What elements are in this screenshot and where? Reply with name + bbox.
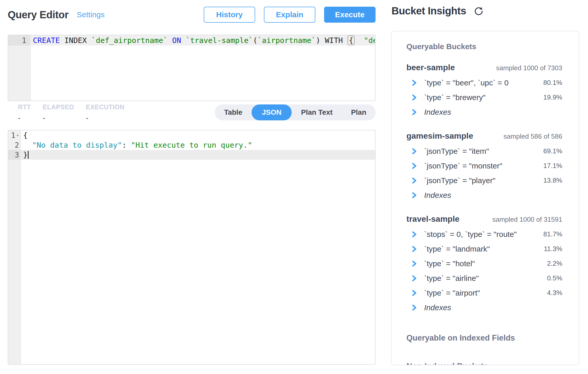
bucket-name: travel-sample bbox=[406, 214, 459, 224]
line-number-text: 1 bbox=[22, 36, 26, 45]
flavor-condition: `stops` = 0, `type` = "route" bbox=[424, 230, 534, 239]
bucket-rows: `stops` = 0, `type` = "route"81.7%`type`… bbox=[406, 227, 562, 315]
code-line[interactable]: 1▾{ bbox=[8, 130, 375, 140]
flavor-percent: 17.1% bbox=[534, 162, 562, 170]
chevron-right-icon[interactable] bbox=[411, 192, 417, 199]
code-token bbox=[60, 36, 64, 45]
stat-value: - bbox=[18, 114, 31, 122]
bucket-flavor-row[interactable]: `jsonType` = "monster"17.1% bbox=[406, 158, 562, 173]
tab-plan-text[interactable]: Plan Text bbox=[292, 104, 342, 120]
code-token: "No data to display" bbox=[32, 141, 122, 149]
bucket-flavor-row[interactable]: `jsonType` = "item"69.1% bbox=[406, 144, 562, 158]
bucket-flavor-row[interactable]: `type` = "landmark"11.3% bbox=[406, 242, 562, 256]
chevron-right-icon[interactable] bbox=[411, 290, 417, 296]
flavor-percent: 69.1% bbox=[534, 147, 562, 155]
code-token: `travel-sample` bbox=[186, 36, 253, 45]
chevron-right-icon[interactable] bbox=[411, 231, 417, 238]
stat-elapsed: ELAPSED- bbox=[43, 103, 74, 122]
flavor-condition: `jsonType` = "player" bbox=[424, 176, 534, 185]
explain-button[interactable]: Explain bbox=[264, 7, 315, 23]
refresh-icon[interactable] bbox=[473, 6, 484, 16]
chevron-right-icon[interactable] bbox=[411, 260, 417, 267]
line-number: 3 bbox=[8, 150, 21, 160]
bucket-flavor-row[interactable]: `type` = "brewery"19.9% bbox=[406, 90, 562, 105]
bucket-indexes-row[interactable]: Indexes bbox=[406, 300, 562, 315]
code-token: { bbox=[348, 35, 354, 45]
flavor-percent: 11.3% bbox=[534, 245, 562, 253]
bucket-sampled-count: sampled 586 of 586 bbox=[504, 132, 562, 140]
chevron-right-icon[interactable] bbox=[411, 94, 417, 101]
flavor-condition: `type` = "landmark" bbox=[424, 245, 534, 253]
queryable-buckets-list: beer-samplesampled 1000 of 7303`type` = … bbox=[406, 63, 562, 315]
bucket-flavor-row[interactable]: `type` = "hotel"2.2% bbox=[406, 256, 562, 271]
flavor-condition: `jsonType` = "monster" bbox=[424, 162, 534, 170]
chevron-right-icon[interactable] bbox=[411, 304, 417, 311]
bucket-rows: `jsonType` = "item"69.1%`jsonType` = "mo… bbox=[406, 144, 562, 202]
chevron-right-icon[interactable] bbox=[411, 246, 417, 252]
bucket-header: beer-samplesampled 1000 of 7303 bbox=[406, 63, 562, 72]
tab-json[interactable]: JSON bbox=[252, 104, 292, 120]
code-token: `def_airportname` bbox=[91, 36, 168, 45]
bucket-indexes-row[interactable]: Indexes bbox=[406, 188, 562, 202]
query-status-row: RTT-ELAPSED-EXECUTION- TableJSONPlan Tex… bbox=[8, 102, 376, 124]
code-token bbox=[168, 36, 172, 45]
stat-value: - bbox=[86, 114, 124, 122]
chevron-right-icon[interactable] bbox=[411, 275, 417, 282]
result-format-tabs: TableJSONPlan TextPlan bbox=[215, 104, 376, 120]
bucket-sampled-count: sampled 1000 of 31591 bbox=[492, 216, 562, 224]
chevron-right-icon[interactable] bbox=[411, 109, 417, 115]
flavor-percent: 81.7% bbox=[534, 230, 562, 238]
execute-button[interactable]: Execute bbox=[324, 7, 376, 23]
flavor-condition: `type` = "airline" bbox=[424, 274, 534, 283]
query-editor[interactable]: 1CREATE INDEX `def_airportname` ON `trav… bbox=[8, 35, 376, 101]
code-token: ( bbox=[253, 36, 257, 45]
bucket-flavor-row[interactable]: `type` = "airport"4.3% bbox=[406, 286, 562, 300]
code-content[interactable]: } bbox=[21, 150, 375, 160]
stat-execution: EXECUTION- bbox=[86, 103, 124, 122]
results-editor[interactable]: 1▾{2 "No data to display": "Hit execute … bbox=[8, 130, 376, 365]
code-token: `airportname` bbox=[257, 36, 316, 45]
code-token: CREATE bbox=[33, 36, 60, 45]
chevron-right-icon[interactable] bbox=[411, 163, 417, 169]
bucket-flavor-row[interactable]: `type` = "beer", `upc` = 080.1% bbox=[406, 75, 562, 90]
code-content[interactable]: { bbox=[21, 130, 375, 140]
flavor-percent: 80.1% bbox=[534, 79, 562, 87]
code-token: ) bbox=[316, 36, 320, 45]
stat-label: ELAPSED bbox=[43, 103, 74, 111]
code-token: INDEX bbox=[64, 36, 87, 45]
fold-caret-icon[interactable]: ▾ bbox=[16, 133, 19, 138]
code-token: "defer bbox=[364, 36, 375, 45]
code-content[interactable]: CREATE INDEX `def_airportname` ON `trave… bbox=[30, 35, 375, 46]
bucket-insights-panel: Queryable Buckets beer-samplesampled 100… bbox=[391, 31, 579, 365]
code-token: { bbox=[23, 131, 28, 140]
tab-plan[interactable]: Plan bbox=[342, 104, 376, 120]
indexes-label: Indexes bbox=[424, 303, 534, 312]
bucket-insights-title: Bucket Insights bbox=[391, 5, 466, 17]
query-stats: RTT-ELAPSED-EXECUTION- bbox=[8, 102, 124, 122]
page-title: Query Editor bbox=[8, 9, 68, 21]
code-token: : bbox=[122, 141, 131, 149]
flavor-condition: `jsonType` = "item" bbox=[424, 147, 534, 156]
settings-link[interactable]: Settings bbox=[77, 10, 104, 19]
line-number-gutter bbox=[8, 130, 21, 364]
chevron-right-icon[interactable] bbox=[411, 79, 417, 86]
stat-label: RTT bbox=[18, 103, 31, 111]
code-line[interactable]: 1CREATE INDEX `def_airportname` ON `trav… bbox=[8, 35, 375, 46]
history-button[interactable]: History bbox=[204, 7, 255, 23]
bucket-flavor-row[interactable]: `stops` = 0, `type` = "route"81.7% bbox=[406, 227, 562, 242]
bucket-header: gamesim-samplesampled 586 of 586 bbox=[406, 131, 562, 141]
code-line[interactable]: 3} bbox=[8, 150, 375, 160]
line-number-text: 3 bbox=[15, 151, 19, 159]
code-token: WITH bbox=[320, 36, 348, 45]
tab-table[interactable]: Table bbox=[215, 104, 252, 120]
flavor-condition: `type` = "hotel" bbox=[424, 259, 534, 268]
bucket-flavor-row[interactable]: `jsonType` = "player"13.8% bbox=[406, 173, 562, 188]
chevron-right-icon[interactable] bbox=[411, 177, 417, 184]
code-content[interactable]: "No data to display": "Hit execute to ru… bbox=[21, 140, 375, 150]
bucket-indexes-row[interactable]: Indexes bbox=[406, 105, 562, 119]
chevron-right-icon[interactable] bbox=[411, 148, 417, 155]
code-token bbox=[181, 36, 185, 45]
bucket-flavor-row[interactable]: `type` = "airline"0.5% bbox=[406, 271, 562, 286]
line-number-text: 2 bbox=[15, 141, 19, 149]
code-line[interactable]: 2 "No data to display": "Hit execute to … bbox=[8, 140, 375, 150]
